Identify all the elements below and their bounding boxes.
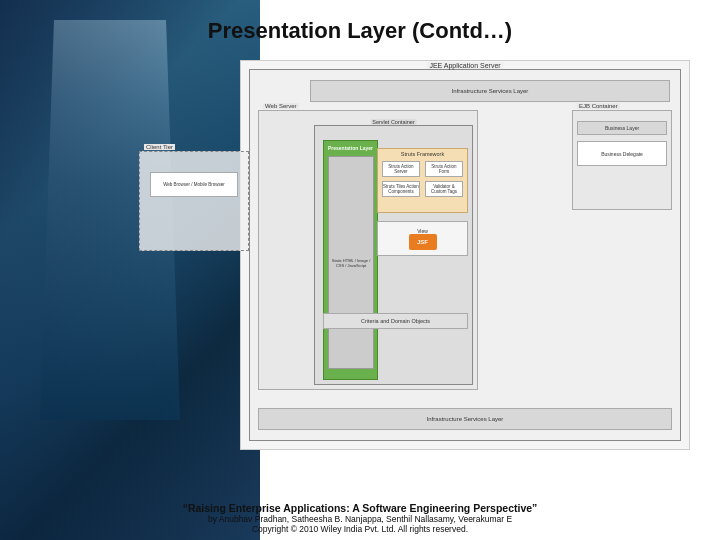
presentation-layer-label: Presentation Layer (324, 145, 377, 151)
ejb-label: EJB Container (577, 103, 620, 109)
criteria-box: Criteria and Domain Objects (323, 313, 468, 329)
static-html-box: Static HTML / Image / CSS / JavaScript (328, 156, 374, 369)
footer-title: “Raising Enterprise Applications: A Soft… (0, 502, 720, 514)
business-layer-box: Business Layer (577, 121, 667, 135)
footer-copyright: Copyright © 2010 Wiley India Pvt. Ltd. A… (0, 524, 720, 534)
view-label: View (417, 228, 428, 234)
infra-bottom-box: Infrastructure Services Layer (258, 408, 672, 430)
diagram-area: JEE Application Server Infrastructure Se… (240, 60, 690, 450)
servlet-label: Servlet Container (370, 119, 417, 125)
struts-action-form-label: Struts Action Form (426, 164, 462, 174)
footer: “Raising Enterprise Applications: A Soft… (0, 502, 720, 534)
jee-server-box: JEE Application Server Infrastructure Se… (249, 69, 681, 441)
struts-action-form-box: Struts Action Form (425, 161, 463, 177)
struts-framework-box: Struts Framework Struts Action Server St… (377, 148, 468, 213)
infra-top-box: Infrastructure Services Layer (310, 80, 670, 102)
infra-top-label: Infrastructure Services Layer (452, 88, 529, 94)
web-browser-box: Web Browser / Mobile Browser (150, 172, 238, 197)
static-label: Static HTML / Image / CSS / JavaScript (329, 256, 373, 270)
web-browser-label: Web Browser / Mobile Browser (163, 182, 225, 187)
infra-bottom-label: Infrastructure Services Layer (427, 416, 504, 422)
web-server-box: Web Server Client Tier Web Browser / Mob… (258, 110, 478, 390)
servlet-container-box: Servlet Container Presentation Layer Sta… (314, 125, 473, 385)
validator-label: Validator & Custom Tags (426, 184, 462, 194)
page-title: Presentation Layer (Contd…) (0, 18, 720, 44)
business-layer-label: Business Layer (605, 125, 639, 131)
tiles-box: Struts Tiles Action Components (382, 181, 420, 197)
tiles-label: Struts Tiles Action Components (383, 184, 419, 194)
jsf-label: JSF (417, 239, 428, 245)
struts-action-server-box: Struts Action Server (382, 161, 420, 177)
criteria-label: Criteria and Domain Objects (361, 318, 430, 324)
struts-action-server-label: Struts Action Server (383, 164, 419, 174)
footer-authors: by Anubhav Pradhan, Satheesha B. Nanjapp… (0, 514, 720, 524)
business-delegate-box: Business Delegate (577, 141, 667, 166)
web-server-label: Web Server (263, 103, 299, 109)
struts-framework-label: Struts Framework (378, 149, 467, 157)
ejb-container-box: EJB Container Business Layer Business De… (572, 110, 672, 210)
client-tier-label: Client Tier (144, 144, 175, 150)
validator-box: Validator & Custom Tags (425, 181, 463, 197)
jsf-box: JSF (409, 234, 437, 250)
jee-label: JEE Application Server (426, 62, 503, 69)
client-tier-box: Client Tier Web Browser / Mobile Browser (139, 151, 249, 251)
view-area: View JSF (377, 221, 468, 256)
main-content: Presentation Layer (Contd…) JEE Applicat… (0, 0, 720, 540)
business-delegate-label: Business Delegate (601, 151, 643, 157)
presentation-layer-box: Presentation Layer Static HTML / Image /… (323, 140, 378, 380)
